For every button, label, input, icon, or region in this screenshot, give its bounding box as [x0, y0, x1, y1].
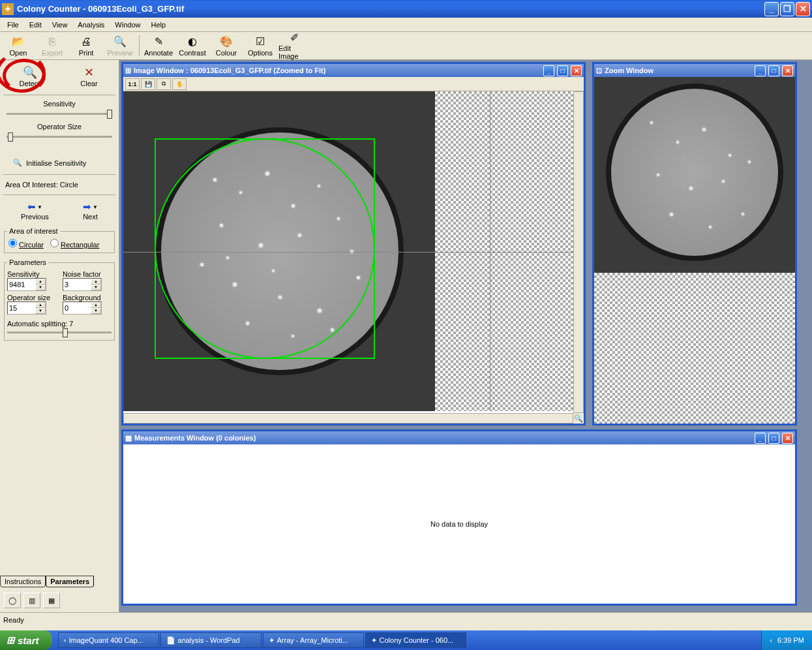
vertical-scrollbar[interactable] — [573, 91, 584, 413]
menu-file[interactable]: File — [2, 19, 24, 31]
main-toolbar: 📂 Open ⎘ Export 🖨 Print 🔍 Preview ✎ Anno… — [0, 32, 812, 60]
clear-x-icon: ✕ — [84, 65, 94, 80]
print-button[interactable]: 🖨 Print — [69, 33, 103, 58]
measurements-body: No data to display — [123, 444, 795, 604]
start-button[interactable]: ⊞ start — [0, 630, 52, 650]
edit-image-button[interactable]: ✐ Edit Image — [277, 33, 311, 58]
selection-circle[interactable] — [155, 138, 375, 359]
noise-factor-spinner[interactable]: ▲▼ — [63, 278, 102, 291]
spin-up-icon[interactable]: ▲ — [91, 279, 101, 285]
image-window-maximize[interactable]: □ — [557, 65, 568, 76]
tool-1to1[interactable]: 1:1 — [125, 78, 140, 90]
spin-down-icon[interactable]: ▼ — [91, 285, 101, 290]
image-window-minimize[interactable]: _ — [543, 65, 554, 76]
measurements-maximize[interactable]: □ — [768, 433, 779, 444]
tool-copy-icon[interactable]: ⧉ — [157, 78, 171, 90]
spin-down-icon[interactable]: ▼ — [91, 308, 101, 314]
zoom-viewport[interactable] — [594, 77, 795, 424]
circular-radio[interactable]: Circular — [8, 239, 44, 249]
previous-button[interactable]: ⬅▼ Previous — [21, 201, 49, 221]
zoom-window-titlebar[interactable]: ⊡ Zoom Window _ □ ✕ — [594, 64, 795, 77]
arrow-left-icon: ⬅ — [27, 201, 36, 213]
sidebar-panel: 🔍 Detect ✕ Clear Sensitivity Operator Si… — [0, 60, 119, 612]
preview-button: 🔍 Preview — [103, 33, 137, 58]
spin-down-icon[interactable]: ▼ — [35, 285, 46, 290]
zoom-empty-area — [594, 273, 795, 424]
taskbar-item[interactable]: ✦Array - Array_Microti... — [263, 632, 364, 648]
chevron-down-icon: ▼ — [37, 204, 42, 210]
tool-hand-icon[interactable]: ✋ — [172, 78, 187, 90]
menu-view[interactable]: View — [47, 19, 73, 31]
taskbar-item[interactable]: ▫ImageQuant 400 Cap... — [58, 632, 159, 648]
wordpad-icon: 📄 — [166, 636, 175, 645]
annotate-button[interactable]: ✎ Annotate — [142, 33, 175, 58]
measurements-close[interactable]: ✕ — [782, 433, 793, 444]
operator-size-slider[interactable] — [7, 136, 112, 138]
arrow-right-icon: ➡ — [83, 201, 91, 213]
app-close-button[interactable]: ✕ — [796, 2, 810, 16]
operator-size-spinner[interactable]: ▲▼ — [7, 302, 46, 315]
image-window-titlebar[interactable]: ⊞ Image Window : 060913Ecoli_G3_GFP.tif … — [123, 64, 584, 77]
export-button: ⎘ Export — [35, 33, 69, 58]
menu-help[interactable]: Help — [145, 19, 171, 31]
detect-button[interactable]: 🔍 Detect — [11, 65, 49, 87]
image-viewport[interactable]: 🔍 — [123, 91, 584, 424]
taskbar-item[interactable]: 📄analysis - WordPad — [160, 632, 262, 648]
tab-parameters[interactable]: Parameters — [46, 576, 94, 587]
measurements-titlebar[interactable]: ▦ Measurements Window (0 colonies) _ □ ✕ — [123, 431, 795, 444]
image-window: ⊞ Image Window : 060913Ecoli_G3_GFP.tif … — [121, 62, 586, 426]
image-window-close[interactable]: ✕ — [571, 65, 582, 76]
auto-split-slider[interactable] — [7, 332, 112, 333]
window-icon: ⊞ — [125, 67, 131, 75]
contrast-button[interactable]: ◐ Contrast — [175, 33, 209, 58]
menu-edit[interactable]: Edit — [24, 19, 47, 31]
preview-icon: 🔍 — [113, 35, 127, 48]
sensitivity-slider[interactable] — [7, 113, 112, 115]
next-button[interactable]: ➡▼ Next — [83, 201, 98, 221]
tab-instructions[interactable]: Instructions — [0, 576, 46, 587]
options-icon: ☑ — [254, 35, 267, 48]
spin-up-icon[interactable]: ▲ — [91, 302, 101, 308]
aoi-fieldset: Area of interest Circular Rectangular — [4, 227, 115, 253]
crosshair-v — [490, 91, 490, 411]
colour-button[interactable]: 🎨 Colour — [209, 33, 243, 58]
menubar: File Edit View Analysis Window Help — [0, 18, 812, 32]
system-tray[interactable]: ‹ 6:39 PM — [761, 630, 812, 650]
zoom-window-minimize[interactable]: _ — [755, 65, 766, 76]
taskbar-item-active[interactable]: ✦Colony Counter - 060... — [365, 632, 466, 648]
grid-icon: ▦ — [125, 434, 132, 442]
spin-up-icon[interactable]: ▲ — [35, 279, 46, 285]
background-spinner[interactable]: ▲▼ — [63, 302, 102, 315]
horizontal-scrollbar[interactable] — [123, 413, 573, 424]
contrast-icon: ◐ — [186, 35, 199, 48]
window-icon: ⊡ — [596, 67, 602, 75]
zoom-window-close[interactable]: ✕ — [782, 65, 793, 76]
open-folder-icon: 📂 — [12, 35, 25, 48]
rectangular-radio[interactable]: Rectangular — [50, 239, 99, 249]
measurements-minimize[interactable]: _ — [755, 433, 766, 444]
spin-down-icon[interactable]: ▼ — [35, 308, 46, 314]
magnifier-icon: 🔍 — [23, 65, 37, 80]
app-maximize-button[interactable]: ❐ — [780, 2, 794, 16]
sensitivity-spinner[interactable]: ▲▼ — [7, 278, 46, 291]
app-icon: ✦ — [2, 3, 14, 15]
clear-button[interactable]: ✕ Clear — [70, 65, 108, 87]
dish-view-icon[interactable]: ◯ — [4, 593, 21, 608]
plate-view-icon[interactable]: ▥ — [23, 593, 40, 608]
options-button[interactable]: ☑ Options — [243, 33, 277, 58]
zoom-corner-icon[interactable]: 🔍 — [573, 413, 584, 424]
tray-icon[interactable]: ‹ — [770, 636, 772, 644]
menu-window[interactable]: Window — [110, 19, 145, 31]
app-icon: ▫ — [64, 636, 67, 644]
menu-analysis[interactable]: Analysis — [72, 19, 110, 31]
open-button[interactable]: 📂 Open — [1, 33, 35, 58]
app-minimize-button[interactable]: _ — [764, 2, 779, 16]
zoom-window: ⊡ Zoom Window _ □ ✕ — [592, 62, 797, 426]
initialise-sensitivity-button[interactable]: 🔍 Initialise Sensitivity — [0, 153, 119, 172]
spin-up-icon[interactable]: ▲ — [35, 302, 46, 308]
zoom-window-maximize[interactable]: □ — [768, 65, 779, 76]
aoi-label: Area Of Interest: Circle — [0, 177, 119, 193]
tool-save-icon[interactable]: 💾 — [141, 78, 155, 90]
grid-view-icon[interactable]: ▦ — [43, 593, 60, 608]
auto-split-label: Automatic splitting: 7 — [7, 320, 112, 328]
